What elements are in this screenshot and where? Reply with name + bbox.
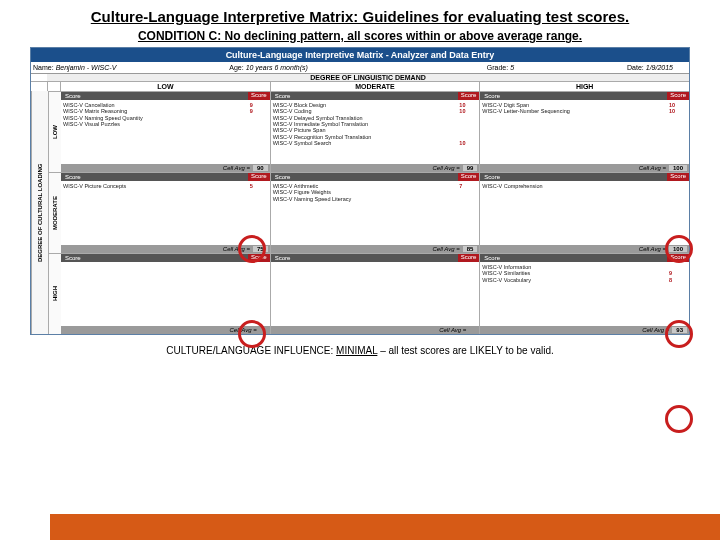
grade-label: Grade: bbox=[487, 64, 508, 71]
score-heading: Score bbox=[248, 254, 270, 262]
tests-low-low: WISC-V Cancellation9WISC-V Matrix Reason… bbox=[61, 100, 270, 164]
cell-low-high: ScoreScore WISC-V Digit Span10WISC-V Let… bbox=[480, 92, 689, 172]
score-heading: Score bbox=[458, 254, 480, 262]
tests-high-high: WISC-V InformationWISC-V Similarities9WI… bbox=[480, 262, 689, 326]
tests-high-low bbox=[61, 262, 270, 326]
footer-prefix: CULTURE/LANGUAGE INFLUENCE: bbox=[166, 345, 336, 356]
condition-subtitle: CONDITION C: No declining pattern, all s… bbox=[40, 29, 680, 43]
name-value: Benjamin - WISC-V bbox=[56, 64, 117, 71]
score-heading: Score bbox=[667, 254, 689, 262]
score-heading: Score bbox=[484, 174, 500, 180]
footer-level: MINIMAL bbox=[336, 345, 377, 356]
cultural-loading-axis: DEGREE OF CULTURAL LOADING bbox=[31, 91, 48, 334]
cell-high-low: ScoreScore Cell Avg = bbox=[61, 254, 271, 334]
col-mod: MODERATE bbox=[271, 82, 481, 91]
score-heading: Score bbox=[248, 173, 270, 181]
tests-low-high: WISC-V Digit Span10WISC-V Letter-Number … bbox=[480, 100, 689, 164]
avg-mod-low: 75 bbox=[253, 246, 268, 252]
matrix-body: DEGREE OF CULTURAL LOADING LOW ScoreScor… bbox=[31, 91, 689, 334]
row-mod-label: MODERATE bbox=[48, 173, 61, 253]
avg-label: Cell Avg = bbox=[223, 165, 250, 171]
cell-high-high: ScoreScore WISC-V InformationWISC-V Simi… bbox=[480, 254, 689, 334]
score-heading: Score bbox=[484, 255, 500, 261]
score-heading: Score bbox=[65, 93, 81, 99]
avg-label: Cell Avg = bbox=[229, 327, 256, 333]
score-heading: Score bbox=[458, 173, 480, 181]
avg-label: Cell Avg = bbox=[639, 165, 666, 171]
score-heading: Score bbox=[667, 173, 689, 181]
avg-label: Cell Avg = bbox=[432, 165, 459, 171]
row-low: LOW ScoreScore WISC-V Cancellation9WISC-… bbox=[48, 91, 689, 172]
tests-low-mod: WISC-V Block Design10WISC-V Coding10WISC… bbox=[271, 100, 480, 164]
avg-high-high: 93 bbox=[672, 327, 687, 333]
col-high: HIGH bbox=[480, 82, 689, 91]
score-heading: Score bbox=[65, 174, 81, 180]
cell-mod-mod: ScoreScore WISC-V Arithmetic7WISC-V Figu… bbox=[271, 173, 481, 253]
avg-label: Cell Avg = bbox=[642, 327, 669, 333]
avg-label: Cell Avg = bbox=[432, 246, 459, 252]
subject-header: Name: Benjamin - WISC-V Age: 10 years 6 … bbox=[31, 62, 689, 74]
row-mod: MODERATE ScoreScore WISC-V Picture Conce… bbox=[48, 172, 689, 253]
avg-label: Cell Avg = bbox=[639, 246, 666, 252]
score-heading: Score bbox=[667, 92, 689, 100]
date-value: 1/9/2015 bbox=[646, 64, 673, 71]
linguistic-demand-header: DEGREE OF LINGUISTIC DEMAND bbox=[31, 74, 689, 82]
score-heading: Score bbox=[275, 93, 291, 99]
columns-header: LOW MODERATE HIGH bbox=[31, 82, 689, 91]
bottom-accent-bar bbox=[50, 514, 720, 540]
score-heading: Score bbox=[248, 92, 270, 100]
cell-mod-low: ScoreScore WISC-V Picture Concepts5 Cell… bbox=[61, 173, 271, 253]
score-heading: Score bbox=[484, 93, 500, 99]
matrix-container: Culture-Language Interpretive Matrix - A… bbox=[30, 47, 690, 335]
col-low: LOW bbox=[61, 82, 271, 91]
grade-value: 5 bbox=[510, 64, 514, 71]
avg-label: Cell Avg = bbox=[223, 246, 250, 252]
score-heading: Score bbox=[275, 255, 291, 261]
cell-mod-high: ScoreScore WISC-V Comprehension Cell Avg… bbox=[480, 173, 689, 253]
date-label: Date: bbox=[627, 64, 644, 71]
avg-low-low: 90 bbox=[253, 165, 268, 171]
name-label: Name: bbox=[33, 64, 54, 71]
page-title: Culture-Language Interpretive Matrix: Gu… bbox=[40, 8, 680, 25]
tests-high-mod bbox=[271, 262, 480, 326]
tests-mod-mod: WISC-V Arithmetic7WISC-V Figure WeightsW… bbox=[271, 181, 480, 245]
highlight-circle bbox=[665, 405, 693, 433]
row-low-label: LOW bbox=[48, 92, 61, 172]
avg-low-mod: 99 bbox=[463, 165, 478, 171]
matrix-grid: LOW ScoreScore WISC-V Cancellation9WISC-… bbox=[48, 91, 689, 334]
row-high: HIGH ScoreScore Cell Avg = ScoreScore Ce… bbox=[48, 253, 689, 334]
footer-suffix: – all test scores are LIKELY to be valid… bbox=[377, 345, 553, 356]
tests-mod-high: WISC-V Comprehension bbox=[480, 181, 689, 245]
score-heading: Score bbox=[275, 174, 291, 180]
footer-conclusion: CULTURE/LANGUAGE INFLUENCE: MINIMAL – al… bbox=[40, 345, 680, 356]
score-heading: Score bbox=[65, 255, 81, 261]
avg-label: Cell Avg = bbox=[439, 327, 466, 333]
avg-mod-mod: 85 bbox=[463, 246, 478, 252]
matrix-banner: Culture-Language Interpretive Matrix - A… bbox=[31, 48, 689, 62]
age-label: Age: bbox=[229, 64, 243, 71]
cell-low-low: ScoreScore WISC-V Cancellation9WISC-V Ma… bbox=[61, 92, 271, 172]
tests-mod-low: WISC-V Picture Concepts5 bbox=[61, 181, 270, 245]
cell-high-mod: ScoreScore Cell Avg = bbox=[271, 254, 481, 334]
score-heading: Score bbox=[458, 92, 480, 100]
demand-title: DEGREE OF LINGUISTIC DEMAND bbox=[47, 74, 689, 81]
row-high-label: HIGH bbox=[48, 254, 61, 334]
age-value: 10 years 6 month(s) bbox=[246, 64, 308, 71]
avg-low-high: 100 bbox=[669, 165, 687, 171]
avg-mod-high: 100 bbox=[669, 246, 687, 252]
cell-low-mod: ScoreScore WISC-V Block Design10WISC-V C… bbox=[271, 92, 481, 172]
